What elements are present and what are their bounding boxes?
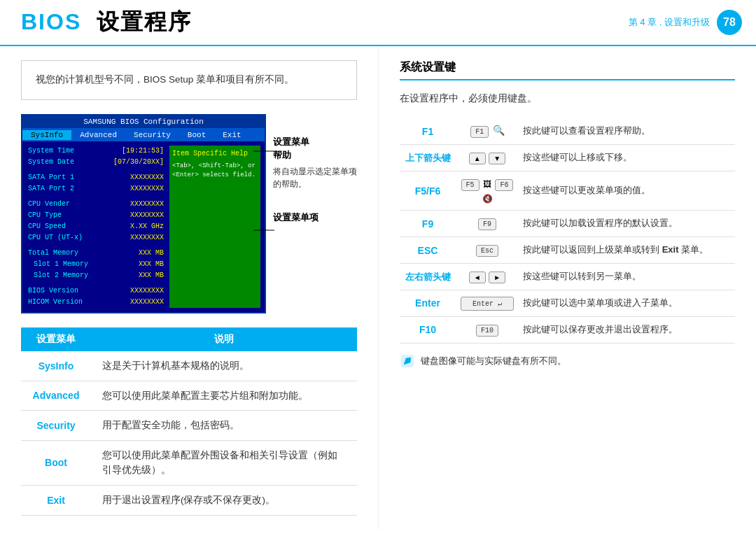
- key-icon-f6-img: 🔇: [482, 194, 493, 204]
- key-row-esc: ESC Esc 按此键可以返回到上级菜单或转到 Exit 菜单。: [400, 237, 735, 264]
- key-name-updown: 上下箭头键: [400, 145, 456, 171]
- bios-row: CPU VenderXXXXXXXX: [27, 199, 165, 210]
- menu-sysinfo: SysInfo: [21, 351, 91, 381]
- annotation-menu-item: 设置菜单项: [273, 211, 357, 224]
- bios-help-title: Item Specific Help: [172, 148, 258, 159]
- page-header: BIOS 设置程序 第 4 章 . 设置和升级 78: [0, 0, 756, 46]
- bios-menu-security[interactable]: Security: [125, 130, 179, 140]
- right-column: 系统设置键 在设置程序中，必须使用键盘。 F1 F1 🔍 按此键可以查看设置程序…: [378, 46, 756, 530]
- bios-body: System Time[19:21:53] System Date[07/30/…: [22, 141, 265, 312]
- bios-row: Slot 2 MemoryXXX MB: [27, 270, 165, 281]
- bios-area: SAMSUNG BIOS Configuration SysInfo Advan…: [21, 114, 357, 313]
- key-row-f1: F1 F1 🔍 按此键可以查看设置程序帮助。: [400, 118, 735, 145]
- bios-row: CPU TypeXXXXXXXX: [27, 210, 165, 221]
- annotation-menu-help: 设置菜单帮助: [273, 135, 357, 162]
- annotations: 设置菜单帮助 将自动显示选定菜单项的帮助。 设置菜单项: [273, 135, 357, 224]
- page-title: BIOS 设置程序: [21, 7, 192, 38]
- key-icon-f10: F10: [456, 316, 519, 343]
- bios-row: SATA Port 2XXXXXXXX: [27, 183, 165, 195]
- key-btn-f1: F1: [470, 126, 489, 138]
- desc-security: 用于配置安全功能，包括密码。: [91, 411, 357, 441]
- note-icon: [400, 353, 415, 372]
- key-btn-up: ▲: [469, 153, 486, 164]
- bios-row: System Date[07/30/20XX]: [27, 157, 165, 168]
- bios-row: System Time[19:21:53]: [27, 146, 165, 157]
- title-main: 设置程序: [97, 9, 192, 34]
- key-name-f1: F1: [400, 118, 456, 145]
- key-btn-enter: Enter ↵: [461, 297, 514, 311]
- table-header-menu: 设置菜单: [21, 327, 91, 351]
- key-btn-down: ▼: [489, 153, 505, 164]
- key-name-enter: Enter: [400, 290, 456, 316]
- section-title: 系统设置键: [400, 60, 735, 80]
- note-box: 视您的计算机型号不同，BIOS Setup 菜单和项目有所不同。: [21, 60, 357, 100]
- key-btn-f10: F10: [476, 325, 498, 337]
- key-name-leftright: 左右箭头键: [400, 264, 456, 290]
- note-text: 视您的计算机型号不同，BIOS Setup 菜单和项目有所不同。: [36, 74, 294, 85]
- key-icon-f1: F1 🔍: [456, 118, 519, 145]
- bottom-note-text: 键盘图像可能与实际键盘有所不同。: [421, 355, 566, 367]
- title-prefix: BIOS: [21, 9, 81, 34]
- annotation-menu-help-desc: 将自动显示选定菜单项的帮助。: [273, 165, 357, 190]
- table-row: Security 用于配置安全功能，包括密码。: [21, 411, 357, 441]
- desc-advanced: 您可以使用此菜单配置主要芯片组和附加功能。: [91, 381, 357, 411]
- desc-boot: 您可以使用此菜单配置外围设备和相关引导设置（例如引导优先级）。: [91, 440, 357, 485]
- menu-security: Security: [21, 411, 91, 441]
- table-header-desc: 说明: [91, 327, 357, 351]
- key-row-updown: 上下箭头键 ▲ ▼ 按这些键可以上移或下移。: [400, 145, 735, 171]
- bios-menu-bar: SysInfo Advanced Security Boot Exit: [22, 129, 265, 141]
- key-icon-help: 🔍: [493, 125, 505, 136]
- bios-menu-sysinfo[interactable]: SysInfo: [22, 130, 71, 140]
- key-desc-f10: 按此键可以保存更改并退出设置程序。: [519, 316, 735, 343]
- bios-title-bar: SAMSUNG BIOS Configuration: [22, 115, 265, 129]
- key-icon-f9: F9: [456, 211, 519, 237]
- table-row: Exit 用于退出设置程序(保存或不保存更改)。: [21, 485, 357, 515]
- key-desc-esc: 按此键可以返回到上级菜单或转到 Exit 菜单。: [519, 237, 735, 264]
- bios-row: SATA Port 1XXXXXXXX: [27, 172, 165, 183]
- key-desc-updown: 按这些键可以上移或下移。: [519, 145, 735, 171]
- page-badge: 78: [717, 10, 742, 35]
- left-column: 视您的计算机型号不同，BIOS Setup 菜单和项目有所不同。 SAMSUNG…: [0, 46, 378, 530]
- key-row-f9: F9 F9 按此键可以加载设置程序的默认设置。: [400, 211, 735, 237]
- bios-row: BIOS VersionXXXXXXXX: [27, 285, 165, 297]
- key-btn-f6: F6: [495, 179, 513, 191]
- desc-exit: 用于退出设置程序(保存或不保存更改)。: [91, 485, 357, 515]
- bios-left-panel: System Time[19:21:53] System Date[07/30/…: [27, 146, 169, 308]
- key-name-f10: F10: [400, 316, 456, 343]
- bios-row: CPU UT (UT-x)XXXXXXXX: [27, 232, 165, 244]
- key-name-f5f6: F5/F6: [400, 171, 456, 211]
- key-row-f5f6: F5/F6 F5 🖼 F6 🔇 按这些键可以更改菜单项的值。: [400, 171, 735, 211]
- bios-menu-boot[interactable]: Boot: [179, 130, 214, 140]
- key-icon-f5-img: 🖼: [483, 179, 491, 189]
- key-btn-esc: Esc: [476, 245, 498, 257]
- key-btn-f9: F9: [478, 218, 496, 230]
- chapter-text: 第 4 章 . 设置和升级: [629, 16, 710, 29]
- pencil-icon: [400, 353, 415, 369]
- bios-row: Total MemoryXXX MB: [27, 248, 165, 259]
- key-name-f9: F9: [400, 211, 456, 237]
- key-btn-right: ►: [489, 271, 505, 283]
- key-btn-f5: F5: [461, 179, 479, 191]
- main-content: 视您的计算机型号不同，BIOS Setup 菜单和项目有所不同。 SAMSUNG…: [0, 46, 756, 530]
- key-desc-enter: 按此键可以选中菜单项或进入子菜单。: [519, 290, 735, 316]
- key-icon-leftright: ◄ ►: [456, 264, 519, 290]
- key-desc-f5f6: 按这些键可以更改菜单项的值。: [519, 171, 735, 211]
- settings-table: 设置菜单 说明 SysInfo 这是关于计算机基本规格的说明。 Advanced…: [21, 327, 357, 516]
- table-row: Boot 您可以使用此菜单配置外围设备和相关引导设置（例如引导优先级）。: [21, 440, 357, 485]
- key-name-esc: ESC: [400, 237, 456, 264]
- bios-row: Slot 1 MemoryXXX MB: [27, 259, 165, 270]
- menu-exit: Exit: [21, 485, 91, 515]
- key-desc-f9: 按此键可以加载设置程序的默认设置。: [519, 211, 735, 237]
- key-desc-f1: 按此键可以查看设置程序帮助。: [519, 118, 735, 145]
- bios-menu-advanced[interactable]: Advanced: [71, 130, 125, 140]
- table-row: SysInfo 这是关于计算机基本规格的说明。: [21, 351, 357, 381]
- bios-help-text: <Tab>, <Shift-Tab>, or <Enter> selects f…: [172, 162, 258, 181]
- key-desc-leftright: 按这些键可以转到另一菜单。: [519, 264, 735, 290]
- header-right: 第 4 章 . 设置和升级 78: [629, 10, 742, 35]
- bios-row: CPU SpeedX.XX GHz: [27, 221, 165, 232]
- key-icon-enter: Enter ↵: [456, 290, 519, 316]
- menu-boot: Boot: [21, 440, 91, 485]
- bios-help-panel: Item Specific Help <Tab>, <Shift-Tab>, o…: [169, 146, 260, 308]
- bios-menu-exit[interactable]: Exit: [214, 130, 249, 140]
- section-subtitle: 在设置程序中，必须使用键盘。: [400, 90, 735, 106]
